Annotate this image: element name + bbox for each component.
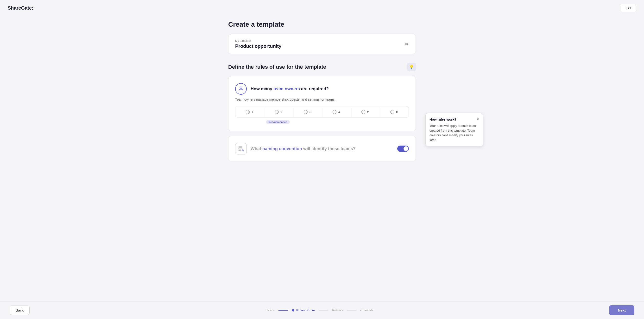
template-card: My template Product opportunity ✏ bbox=[228, 34, 416, 54]
option-3[interactable]: 3 bbox=[293, 106, 322, 117]
naming-convention-toggle[interactable] bbox=[397, 146, 409, 152]
step-channels: Channels bbox=[356, 309, 377, 312]
recommended-row: Recommended bbox=[235, 120, 409, 124]
step-line-1 bbox=[278, 310, 288, 311]
next-button[interactable]: Next bbox=[609, 305, 634, 315]
step-rules: Rules of use bbox=[288, 309, 319, 312]
step-line-2 bbox=[319, 310, 328, 311]
step-basics: Basics bbox=[262, 309, 278, 312]
template-name: Product opportunity bbox=[235, 43, 281, 49]
tooltip-close-button[interactable]: × bbox=[477, 117, 479, 122]
exit-button[interactable]: Exit bbox=[621, 4, 636, 12]
stepper: Basics Rules of use Policies Channels bbox=[262, 309, 377, 312]
step-rules-dot bbox=[292, 309, 294, 312]
option-4[interactable]: 4 bbox=[322, 106, 351, 117]
question2-card: What naming convention will identify the… bbox=[228, 136, 416, 161]
question1-header: How many team owners are required? bbox=[235, 83, 409, 95]
rules-section: Define the rules of use for the template… bbox=[228, 63, 416, 161]
team-owners-icon bbox=[235, 83, 247, 95]
step-channels-label: Channels bbox=[360, 309, 374, 312]
tooltip-text: Your rules will apply to each team creat… bbox=[430, 123, 479, 142]
option-5[interactable]: 5 bbox=[351, 106, 380, 117]
step-line-3 bbox=[347, 310, 356, 311]
tooltip-title: How rules work? bbox=[430, 117, 456, 121]
question1-card: How many team owners are required? Team … bbox=[228, 76, 416, 131]
step-rules-label: Rules of use bbox=[296, 309, 315, 312]
svg-rect-3 bbox=[238, 150, 241, 150]
section-header: Define the rules of use for the template… bbox=[228, 63, 416, 71]
svg-point-0 bbox=[240, 87, 242, 89]
owners-options-row: 1 2 3 4 5 6 bbox=[235, 106, 409, 117]
step-policies: Policies bbox=[328, 309, 347, 312]
section-title: Define the rules of use for the template bbox=[228, 64, 326, 70]
footer: Back Basics Rules of use Policies Channe… bbox=[0, 301, 644, 319]
recommended-badge: Recommended bbox=[266, 120, 290, 124]
svg-point-4 bbox=[242, 149, 244, 151]
main-content: Create a template My template Product op… bbox=[228, 16, 416, 190]
option-6[interactable]: 6 bbox=[380, 106, 408, 117]
tooltip-header: How rules work? × bbox=[430, 117, 479, 122]
option-1[interactable]: 1 bbox=[236, 106, 264, 117]
question2-title: What naming convention will identify the… bbox=[250, 146, 356, 151]
edit-icon[interactable]: ✏ bbox=[405, 41, 409, 47]
question2-left: What naming convention will identify the… bbox=[235, 143, 356, 154]
back-button[interactable]: Back bbox=[10, 306, 30, 315]
question1-description: Team owners manage membership, guests, a… bbox=[235, 97, 409, 101]
svg-rect-1 bbox=[238, 147, 242, 147]
logo: ShareGate: bbox=[8, 5, 34, 11]
naming-convention-icon bbox=[235, 143, 247, 154]
info-button[interactable]: 💡 bbox=[407, 63, 416, 71]
step-basics-label: Basics bbox=[266, 309, 275, 312]
page-title: Create a template bbox=[228, 21, 416, 28]
question1-title: How many team owners are required? bbox=[250, 86, 329, 91]
tooltip-popup: How rules work? × Your rules will apply … bbox=[426, 113, 483, 146]
svg-rect-2 bbox=[238, 148, 242, 149]
step-policies-label: Policies bbox=[332, 309, 343, 312]
template-label: My template bbox=[235, 39, 281, 42]
option-2[interactable]: 2 bbox=[264, 106, 293, 117]
header: ShareGate: Exit bbox=[0, 0, 644, 16]
